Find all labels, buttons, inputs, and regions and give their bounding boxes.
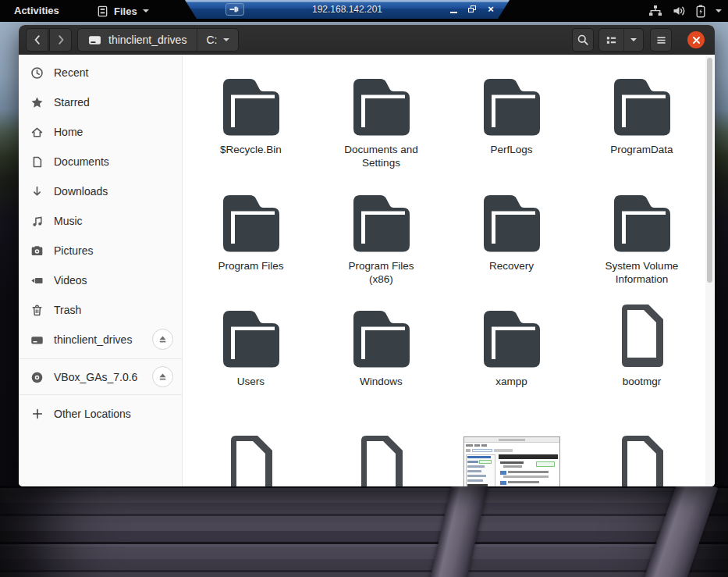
- sidebar-item-starred[interactable]: Starred: [19, 87, 183, 117]
- folder-icon: [347, 185, 416, 254]
- sidebar-item-recent[interactable]: Recent: [19, 58, 183, 87]
- folder-icon: [478, 69, 546, 137]
- view-options-dropdown[interactable]: [624, 29, 643, 51]
- rdp-close-button[interactable]: ×: [483, 2, 499, 16]
- list-view-icon: [605, 34, 617, 46]
- path-segment-label: C:: [206, 34, 217, 46]
- trash-icon: [30, 304, 44, 317]
- caret-down-icon: [716, 9, 722, 12]
- video-icon: [30, 274, 44, 287]
- forward-button[interactable]: [49, 28, 72, 52]
- sidebar-item-home[interactable]: Home: [19, 117, 183, 147]
- window-close-button[interactable]: [687, 31, 705, 48]
- rdp-minimize-button[interactable]: [446, 2, 461, 16]
- search-icon: [577, 34, 589, 46]
- folder-icon: [347, 69, 416, 137]
- network-wired-icon: [648, 5, 662, 17]
- music-notes-icon: [30, 215, 44, 228]
- scrollbar-thumb[interactable]: [707, 58, 712, 283]
- rdp-connection-bar: 192.168.142.201 ×: [185, 0, 510, 19]
- path-segment-thinclient-drives[interactable]: thinclient_drives: [78, 29, 197, 51]
- file-grid-view: $Recycle.Bin Documents and Settings Perf…: [183, 55, 715, 486]
- path-segment-c-drive[interactable]: C:: [197, 29, 238, 51]
- files-app-menu-label: Files: [114, 5, 137, 17]
- optical-disc-icon: [30, 371, 44, 384]
- download-arrow-icon: [30, 185, 44, 198]
- sidebar-item-trash[interactable]: Trash: [19, 295, 183, 325]
- file-item-program-files-x86[interactable]: Program Files (x86): [316, 185, 446, 301]
- folder-icon: [478, 185, 546, 254]
- chevron-right-icon: [55, 34, 67, 46]
- file-item[interactable]: [186, 432, 316, 486]
- eject-button[interactable]: [152, 366, 173, 387]
- file-item-documents-and-settings[interactable]: Documents and Settings: [316, 69, 446, 185]
- files-app-menu[interactable]: Files: [92, 0, 154, 22]
- document-icon: [217, 432, 286, 486]
- eject-icon: [158, 372, 168, 382]
- eject-icon: [158, 334, 168, 344]
- path-segment-label: thinclient_drives: [108, 34, 186, 46]
- document-icon: [30, 155, 44, 169]
- places-sidebar: Recent Starred Home Documents: [19, 55, 183, 486]
- scrollbar-track[interactable]: [705, 55, 714, 486]
- document-icon: [608, 301, 677, 369]
- document-icon: [347, 432, 416, 486]
- view-mode-button[interactable]: [599, 29, 624, 51]
- eject-button[interactable]: [152, 329, 173, 350]
- image-thumbnail: [463, 436, 560, 486]
- hamburger-menu-button[interactable]: [650, 28, 672, 52]
- sidebar-item-downloads[interactable]: Downloads: [19, 176, 183, 206]
- folder-icon: [608, 185, 677, 254]
- star-icon: [30, 96, 44, 109]
- sidebar-item-other-locations[interactable]: Other Locations: [19, 399, 183, 429]
- file-item-recycle-bin[interactable]: $Recycle.Bin: [186, 69, 316, 185]
- close-icon: ×: [488, 3, 494, 15]
- file-item-programdata[interactable]: ProgramData: [577, 69, 707, 185]
- minimize-icon: [450, 12, 457, 13]
- document-icon: [608, 432, 677, 486]
- desktop: Activities Files 192.: [0, 0, 728, 577]
- file-item-xampp[interactable]: xampp: [446, 301, 577, 432]
- file-item-users[interactable]: Users: [186, 301, 316, 432]
- drive-icon: [88, 34, 101, 47]
- file-item-system-volume-information[interactable]: System Volume Information: [577, 185, 707, 301]
- sidebar-item-pictures[interactable]: Pictures: [19, 236, 183, 265]
- search-button[interactable]: [572, 28, 594, 52]
- headerbar: thinclient_drives C:: [19, 25, 715, 55]
- back-button[interactable]: [26, 28, 48, 52]
- sidebar-item-thinclient-drives[interactable]: thinclient_drives: [19, 325, 183, 354]
- sidebar-item-music[interactable]: Music: [19, 206, 183, 236]
- file-item-bootmgr[interactable]: bootmgr: [577, 301, 707, 432]
- hamburger-menu-icon: [655, 34, 667, 46]
- system-tray[interactable]: [648, 0, 722, 22]
- caret-down-icon: [223, 38, 229, 41]
- file-item[interactable]: [446, 432, 577, 486]
- file-item-recovery[interactable]: Recovery: [446, 185, 577, 301]
- folder-icon: [217, 69, 286, 137]
- file-item[interactable]: [577, 432, 707, 486]
- recent-clock-icon: [30, 66, 44, 80]
- activities-button[interactable]: Activities: [8, 0, 66, 22]
- close-icon: [692, 36, 701, 45]
- rdp-restore-button[interactable]: [464, 2, 480, 16]
- sidebar-item-vbox-gas[interactable]: VBox_GAs_7.0.6: [19, 362, 183, 392]
- battery-charging-icon: [696, 5, 705, 18]
- folder-icon: [217, 301, 286, 369]
- sidebar-separator: [19, 394, 183, 395]
- file-item-windows[interactable]: Windows: [316, 301, 446, 432]
- sidebar-item-documents[interactable]: Documents: [19, 147, 183, 176]
- folder-icon: [608, 69, 677, 137]
- caret-down-icon: [630, 38, 637, 41]
- folder-icon: [217, 185, 286, 254]
- restore-icon: [468, 5, 476, 12]
- drive-icon: [30, 333, 44, 347]
- home-icon: [30, 126, 44, 139]
- sidebar-item-videos[interactable]: Videos: [19, 265, 183, 295]
- file-item-program-files[interactable]: Program Files: [186, 185, 316, 301]
- files-window: thinclient_drives C:: [19, 25, 715, 486]
- folder-icon: [347, 301, 416, 369]
- folder-icon: [478, 301, 546, 369]
- file-item-perflogs[interactable]: PerfLogs: [446, 69, 577, 185]
- file-item[interactable]: [316, 432, 446, 486]
- chevron-left-icon: [31, 34, 44, 46]
